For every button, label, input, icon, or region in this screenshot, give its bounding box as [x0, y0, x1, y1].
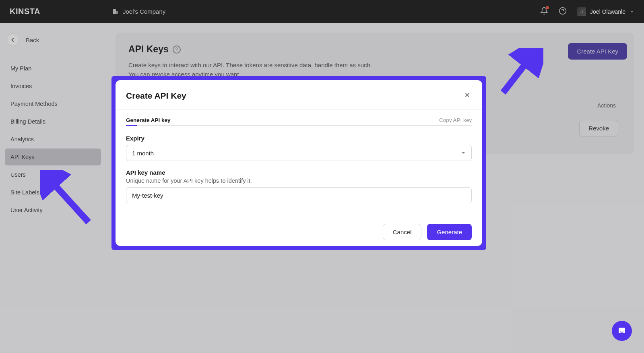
sidebar-item-users[interactable]: Users — [5, 166, 101, 183]
notification-dot — [546, 6, 549, 9]
chevron-down-icon — [461, 151, 466, 155]
sidebar-item-payment-methods[interactable]: Payment Methods — [5, 95, 101, 112]
create-api-key-modal: Create API Key Generate API key Copy API… — [116, 80, 482, 246]
back-button[interactable] — [6, 33, 19, 46]
api-key-name-label: API key name — [126, 169, 472, 176]
step-generate: Generate API key — [126, 117, 171, 123]
expiry-select[interactable]: 1 month — [126, 145, 472, 161]
avatar: J — [577, 7, 586, 16]
intercom-launcher[interactable] — [612, 321, 632, 341]
help-button[interactable] — [559, 7, 567, 17]
close-icon — [464, 92, 470, 98]
sidebar: Back My PlanInvoicesPayment MethodsBilli… — [0, 23, 106, 353]
help-icon[interactable]: ? — [173, 45, 181, 54]
cancel-button[interactable]: Cancel — [383, 224, 422, 240]
page-title: API Keys — [128, 44, 169, 55]
back-label: Back — [26, 37, 39, 43]
company-name: Joel's Company — [123, 8, 165, 15]
sidebar-item-invoices[interactable]: Invoices — [5, 78, 101, 95]
arrow-left-icon — [10, 37, 16, 43]
sidebar-item-billing-details[interactable]: Billing Details — [5, 113, 101, 130]
sidebar-item-site-labels[interactable]: Site Labels — [5, 184, 101, 201]
api-key-name-help: Unique name for your API key helps to id… — [126, 178, 472, 184]
sidebar-item-my-plan[interactable]: My Plan — [5, 60, 101, 77]
chat-icon — [617, 326, 627, 336]
svg-rect-0 — [113, 9, 116, 14]
user-name: Joel Olawanle — [590, 8, 625, 15]
user-menu[interactable]: J Joel Olawanle — [577, 7, 634, 16]
topbar: KINSTA Joel's Company J Joel Olawanle — [0, 0, 644, 23]
progress-track — [126, 125, 472, 126]
company-selector[interactable]: Joel's Company — [112, 8, 165, 15]
sidebar-item-api-keys[interactable]: API Keys — [5, 149, 101, 165]
building-icon — [112, 8, 119, 15]
expiry-value: 1 month — [132, 150, 154, 157]
sidebar-item-analytics[interactable]: Analytics — [5, 131, 101, 148]
generate-button[interactable]: Generate — [427, 224, 472, 240]
annotation-highlight-modal: Create API Key Generate API key Copy API… — [111, 76, 486, 250]
api-key-name-input[interactable] — [126, 187, 472, 203]
logo[interactable]: KINSTA — [10, 7, 112, 16]
revoke-button[interactable]: Revoke — [579, 120, 618, 136]
actions-column-header: Actions — [597, 102, 616, 109]
step-copy: Copy API key — [439, 117, 472, 123]
modal-close-button[interactable] — [463, 90, 472, 101]
expiry-label: Expiry — [126, 135, 472, 142]
create-api-key-button[interactable]: Create API Key — [568, 43, 627, 60]
progress-fill — [126, 125, 137, 126]
chevron-down-icon — [630, 9, 634, 14]
help-circle-icon — [559, 7, 567, 15]
sidebar-item-user-activity[interactable]: User Activity — [5, 202, 101, 219]
svg-rect-1 — [116, 11, 118, 14]
modal-title: Create API Key — [126, 91, 186, 101]
notifications-button[interactable] — [540, 7, 548, 17]
